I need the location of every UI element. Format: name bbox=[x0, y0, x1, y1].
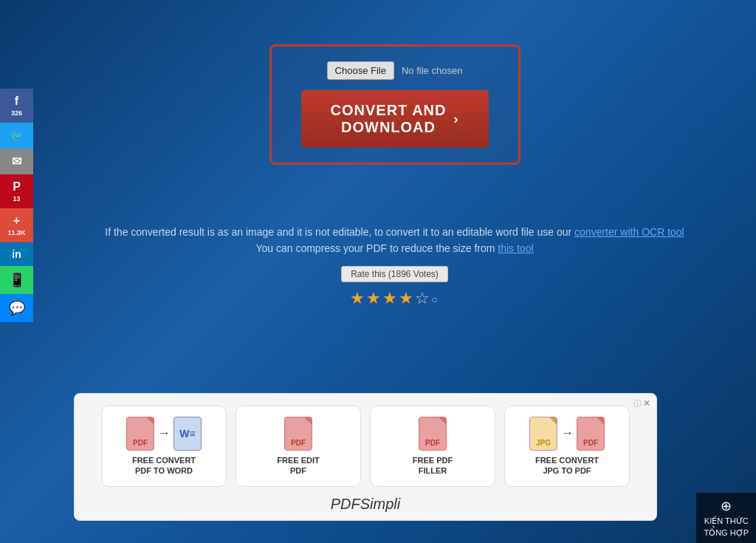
ad-close-button[interactable]: ✕ bbox=[643, 398, 650, 409]
ad-tool-edit-pdf[interactable]: PDF FREE EDITPDF bbox=[236, 406, 361, 487]
edit-pdf-icon: PDF bbox=[284, 417, 312, 451]
convert-btn-label: Convert and Download bbox=[331, 102, 447, 136]
star-rating: ★★★★☆○ bbox=[350, 285, 439, 311]
email-icon: ✉ bbox=[12, 154, 21, 168]
sidebar-item-plus[interactable]: + 11.3K bbox=[0, 208, 33, 242]
word-icon: W≡ bbox=[173, 417, 202, 451]
star-1: ★ bbox=[350, 289, 366, 307]
choose-file-button[interactable]: Choose File bbox=[327, 61, 394, 80]
file-input-row: Choose File No file chosen bbox=[327, 61, 463, 80]
pdf-to-icon: PDF bbox=[577, 417, 605, 451]
pdf-to-word-label: FREE CONVERTPDF TO WORD bbox=[132, 455, 196, 477]
ad-tool-jpg-to-pdf[interactable]: JPG → PDF FREE CONVERTJPG TO PDF bbox=[504, 406, 630, 487]
info-line2: You can compress your PDF to reduce the … bbox=[105, 240, 684, 256]
ad-tools-row: PDF → W≡ FREE CONVERTPDF TO WORD PDF FRE… bbox=[101, 406, 630, 487]
watermark-line1: KIẾN THỨC bbox=[704, 516, 749, 527]
convert-download-button[interactable]: Convert and Download › bbox=[301, 90, 489, 148]
arrow-icon: → bbox=[157, 426, 171, 441]
plus-icon: + bbox=[13, 214, 20, 228]
pinterest-count: 13 bbox=[13, 195, 20, 202]
sidebar-item-facebook[interactable]: f 326 bbox=[0, 89, 33, 123]
social-sidebar: f 326 🐦 ✉ P 13 + 11.3K in 📱 💬 bbox=[0, 0, 33, 543]
ad-tool-pdf-to-word[interactable]: PDF → W≡ FREE CONVERTPDF TO WORD bbox=[101, 406, 227, 487]
pdf-filler-label: FREE PDFFILLER bbox=[413, 455, 453, 477]
messenger-icon: 💬 bbox=[9, 300, 25, 316]
star-4: ★ bbox=[399, 289, 415, 307]
plus-count: 11.3K bbox=[7, 229, 25, 236]
star-3: ★ bbox=[382, 289, 399, 307]
ad-info-icon[interactable]: ⓘ bbox=[633, 398, 642, 409]
twitter-icon: 🐦 bbox=[10, 129, 24, 143]
info-line1: If the converted result is as an image a… bbox=[105, 224, 684, 240]
jpg-from-icon: JPG bbox=[529, 417, 557, 451]
whatsapp-icon: 📱 bbox=[9, 272, 25, 288]
pinterest-icon: P bbox=[13, 180, 21, 194]
file-name-label: No file chosen bbox=[402, 65, 462, 76]
facebook-icon: f bbox=[15, 95, 18, 108]
rating-section: Rate this (1896 Votes) ★★★★☆○ bbox=[105, 266, 684, 311]
sidebar-item-pinterest[interactable]: P 13 bbox=[0, 174, 33, 208]
ocr-tool-link[interactable]: converter with OCR tool bbox=[574, 226, 684, 238]
watermark-icon: ⊕ bbox=[704, 497, 749, 516]
edit-pdf-label: FREE EDITPDF bbox=[277, 455, 319, 477]
ad-tool-pdf-filler[interactable]: PDF FREE PDFFILLER bbox=[370, 406, 495, 487]
convert-btn-arrow: › bbox=[454, 112, 459, 127]
sidebar-item-twitter[interactable]: 🐦 bbox=[0, 123, 33, 148]
star-2: ★ bbox=[366, 289, 382, 307]
jpg-to-pdf-label: FREE CONVERTJPG TO PDF bbox=[535, 455, 599, 477]
linkedin-icon: in bbox=[12, 248, 21, 260]
pdf-filler-file-icon: PDF bbox=[419, 417, 447, 451]
compress-tool-link[interactable]: this tool bbox=[498, 242, 533, 254]
sidebar-item-whatsapp[interactable]: 📱 bbox=[0, 266, 33, 294]
sidebar-item-linkedin[interactable]: in bbox=[0, 242, 33, 266]
star-half: ☆ bbox=[415, 289, 431, 307]
sidebar-item-messenger[interactable]: 💬 bbox=[0, 294, 33, 322]
facebook-count: 326 bbox=[11, 109, 22, 117]
watermark: ⊕ KIẾN THỨC TỔNG HỢP bbox=[696, 493, 756, 543]
pdf-filler-icon: PDF bbox=[419, 417, 447, 451]
jpg-to-pdf-icon: JPG → PDF bbox=[529, 417, 605, 451]
ad-banner: ⓘ ✕ PDF → W≡ FREE CONVERTPDF TO WORD PDF… bbox=[74, 393, 657, 521]
pdf-edit-icon: PDF bbox=[284, 417, 312, 451]
watermark-line2: TỔNG HỢP bbox=[704, 527, 749, 539]
info-section: If the converted result is as an image a… bbox=[105, 224, 684, 311]
pdf-to-word-icon: PDF → W≡ bbox=[126, 417, 202, 451]
upload-box: Choose File No file chosen Convert and D… bbox=[269, 44, 520, 165]
star-empty: ○ bbox=[431, 293, 439, 305]
sidebar-item-email[interactable]: ✉ bbox=[0, 148, 33, 174]
pdf-from-icon: PDF bbox=[126, 417, 154, 451]
arrow-icon-2: → bbox=[560, 426, 574, 441]
ad-brand-name: PDFSimpli bbox=[331, 496, 400, 513]
rate-button[interactable]: Rate this (1896 Votes) bbox=[341, 266, 448, 282]
